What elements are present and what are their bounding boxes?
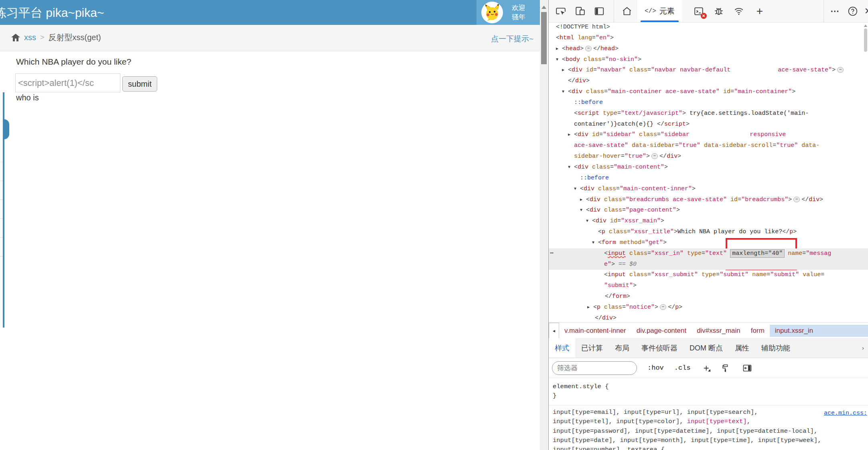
inline-expand-icon[interactable]: ⋯ xyxy=(793,197,800,202)
toggle-hover-state-button[interactable]: :hov xyxy=(647,364,664,372)
code-token: class xyxy=(600,304,622,311)
dom-line[interactable]: ▼<div class="main-content"> xyxy=(549,162,868,173)
style-filter-input[interactable] xyxy=(552,361,637,375)
dom-line[interactable]: ace-save-state" data-sidebar="true" data… xyxy=(549,140,868,151)
dom-line[interactable]: e"> == $0 xyxy=(549,259,868,270)
dom-line[interactable]: <p class="xssr_title">Which NBA player d… xyxy=(549,227,868,238)
tab-elements[interactable]: </> 元素 xyxy=(637,0,682,22)
dom-line[interactable]: ▶<div id="navbar" class="navbar navbar-d… xyxy=(549,65,868,76)
close-devtools-icon[interactable]: ✕ xyxy=(862,6,868,17)
dom-breadcrumb-item[interactable]: div#xssr_main xyxy=(692,325,746,337)
device-emulation-icon[interactable] xyxy=(574,6,586,17)
dom-line[interactable]: ⋯<input class="xssr_in" type="text" maxl… xyxy=(549,248,868,259)
code-token: name xyxy=(784,250,802,257)
home-icon[interactable] xyxy=(11,34,20,42)
dom-breadcrumb-item[interactable]: v.main-content-inner xyxy=(559,325,631,337)
stylesheet-link[interactable]: ace.min.css: xyxy=(824,409,867,418)
inline-expand-icon[interactable]: ⋯ xyxy=(651,153,658,159)
styles-tab[interactable]: 布局 xyxy=(609,338,635,358)
expand-arrow-icon[interactable]: ▶ xyxy=(587,302,593,313)
matched-css-rule[interactable]: ace.min.css: input[type=email], input[ty… xyxy=(549,405,868,450)
collapse-arrow-icon[interactable]: ▼ xyxy=(568,162,574,173)
expand-arrow-icon[interactable]: ▶ xyxy=(568,130,574,140)
help-icon[interactable] xyxy=(847,6,858,17)
debugger-bug-icon[interactable] xyxy=(713,6,724,17)
collapse-arrow-icon[interactable]: ▼ xyxy=(562,87,568,98)
styles-tab[interactable]: 辅助功能 xyxy=(755,338,796,358)
code-token: lang xyxy=(574,35,592,41)
dock-side-icon[interactable] xyxy=(594,6,605,17)
dom-line[interactable]: ▼<div class="page-content"> xyxy=(549,205,868,216)
submit-button[interactable]: submit xyxy=(122,76,157,92)
dom-line[interactable]: ▶<head>⋯</head> xyxy=(549,44,868,55)
rendering-brush-icon[interactable] xyxy=(721,363,730,373)
dom-breadcrumb-item[interactable]: div.page-content xyxy=(631,325,692,337)
expand-arrow-icon[interactable]: ▶ xyxy=(562,65,568,76)
dom-line[interactable]: ::before xyxy=(549,98,868,108)
dom-line[interactable]: container')}catch(e){} </script> xyxy=(549,119,868,130)
styles-tab[interactable]: 已计算 xyxy=(575,338,609,358)
dom-line[interactable]: <script type="text/javascript"> try{ace.… xyxy=(549,108,868,119)
code-token: name xyxy=(748,271,767,278)
dom-line[interactable]: "submit"> xyxy=(549,281,868,291)
inline-expand-icon[interactable]: ⋯ xyxy=(660,304,666,310)
expand-arrow-icon[interactable]: ▶ xyxy=(580,195,586,206)
inspect-element-icon[interactable] xyxy=(555,6,566,17)
sidebar-position-icon[interactable] xyxy=(742,363,752,373)
network-conditions-icon[interactable] xyxy=(733,6,744,17)
code-token: > xyxy=(655,304,658,311)
collapse-arrow-icon[interactable]: ▼ xyxy=(580,205,586,216)
user-welcome-box[interactable]: 欢迎 骚年 xyxy=(477,0,540,25)
breadcrumb-link-xss[interactable]: xss xyxy=(24,33,36,42)
styles-tab[interactable]: 属性 xyxy=(729,338,755,358)
sidebar-toggle-handle[interactable] xyxy=(4,119,9,139)
page-scrollbar-thumb[interactable] xyxy=(541,12,547,64)
dom-line[interactable]: </form> xyxy=(549,291,868,302)
browser-page: 练习平台 pika~pika~ xyxy=(0,0,540,450)
dom-line[interactable]: </div> xyxy=(549,313,868,322)
home-tab-icon[interactable] xyxy=(621,6,633,17)
dom-line[interactable]: ▼<div id="xssr_main"> xyxy=(549,216,868,227)
dom-line[interactable]: ▼<div class="main-container ace-save-sta… xyxy=(549,87,868,98)
styles-tab[interactable]: 样式 xyxy=(549,338,575,358)
dom-breadcrumb-item[interactable]: input.xssr_in xyxy=(770,325,868,337)
inline-expand-icon[interactable]: ⋯ xyxy=(585,46,592,51)
new-style-rule-button[interactable]: + xyxy=(704,364,709,372)
more-options-icon[interactable]: ⋯ xyxy=(829,6,841,17)
page-scrollbar[interactable] xyxy=(540,0,548,450)
dom-line[interactable]: <input class="xssr_submit" type="submit"… xyxy=(549,270,868,281)
dom-line[interactable]: ▼<form method="get"> xyxy=(549,238,868,248)
collapse-arrow-icon[interactable]: ▼ xyxy=(586,216,592,227)
code-token: < xyxy=(568,88,572,95)
styles-tab[interactable]: DOM 断点 xyxy=(683,338,729,358)
dom-breadcrumb-item[interactable]: form xyxy=(746,325,770,337)
expand-arrow-icon[interactable]: ▶ xyxy=(556,44,562,55)
dom-line[interactable]: ▶<div class="breadcrumbs ace-save-state"… xyxy=(549,195,868,206)
dom-line[interactable]: <html lang="en"> xyxy=(549,33,868,44)
console-tab-icon[interactable]: ✕ xyxy=(693,6,704,17)
dom-line[interactable]: ::before xyxy=(549,173,868,184)
breadcrumb-scroll-left-button[interactable]: ◂ xyxy=(549,323,559,338)
payload-input[interactable] xyxy=(15,73,120,92)
dom-line[interactable]: ▶<div id="sidebar" class="sidebarrespons… xyxy=(549,130,868,140)
code-token: = xyxy=(617,218,621,224)
toggle-class-button[interactable]: .cls xyxy=(674,364,691,372)
scroll-up-arrow-icon[interactable] xyxy=(541,3,546,9)
dom-line[interactable]: </div> xyxy=(549,76,868,87)
element-style-rule[interactable]: element.style { } xyxy=(549,378,868,405)
dom-line[interactable]: sidebar-hover="true">⋯</div> xyxy=(549,151,868,162)
inline-expand-icon[interactable]: ⋯ xyxy=(837,67,844,73)
dom-line[interactable]: <!DOCTYPE html> xyxy=(549,22,868,33)
dom-line[interactable]: ▶<p class="notice">⋯</p> xyxy=(549,302,868,313)
styles-tab[interactable]: 事件侦听器 xyxy=(635,338,683,358)
dom-line[interactable]: ▼<body class="no-skin"> xyxy=(549,55,868,65)
code-token: "main-container" xyxy=(734,88,792,95)
add-tool-icon[interactable]: + xyxy=(754,6,765,17)
more-actions-icon[interactable]: ⋯ xyxy=(550,248,553,259)
collapse-arrow-icon[interactable]: ▼ xyxy=(556,55,562,65)
dom-line[interactable]: ▼<div class="main-content-inner"> xyxy=(549,184,868,195)
collapse-arrow-icon[interactable]: ▼ xyxy=(592,238,598,248)
tabs-overflow-icon[interactable]: › xyxy=(858,338,868,358)
hint-link[interactable]: 点一下提示~ xyxy=(491,34,533,44)
collapse-arrow-icon[interactable]: ▼ xyxy=(574,184,580,195)
